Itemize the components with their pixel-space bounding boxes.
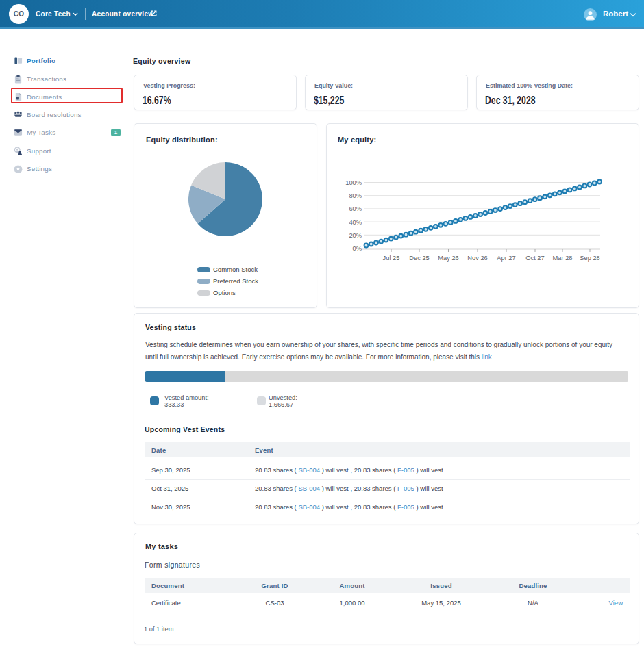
svg-text:Dec 25: Dec 25 [409,255,429,262]
svg-text:100%: 100% [345,179,362,186]
svg-text:Nov 26: Nov 26 [467,255,487,262]
svg-text:80%: 80% [349,192,362,199]
svg-text:20%: 20% [349,232,362,239]
svg-text:Apr 27: Apr 27 [497,255,515,262]
svg-text:Mar 28: Mar 28 [553,255,573,262]
svg-text:60%: 60% [349,205,362,212]
svg-text:0%: 0% [353,245,362,252]
svg-text:Sep 28: Sep 28 [580,255,599,262]
svg-text:40%: 40% [349,219,362,226]
svg-text:May 26: May 26 [438,255,459,262]
svg-text:Oct 27: Oct 27 [525,255,544,262]
svg-text:Jul 25: Jul 25 [383,255,400,262]
